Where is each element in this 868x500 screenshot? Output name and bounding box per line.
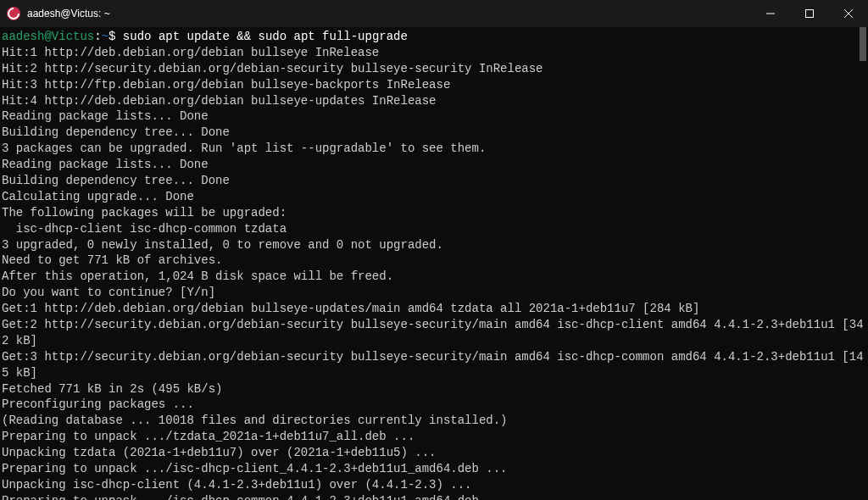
output-line: Reading package lists... Done bbox=[2, 157, 868, 173]
prompt-colon: : bbox=[94, 30, 101, 43]
output-line: Reading package lists... Done bbox=[2, 108, 868, 125]
output-line: Get:2 http://security.debian.org/debian-… bbox=[2, 317, 868, 349]
terminal-body[interactable]: aadesh@Victus:~$ sudo apt update && sudo… bbox=[0, 27, 868, 500]
output-line: 3 upgraded, 0 newly installed, 0 to remo… bbox=[2, 237, 868, 253]
prompt-at: @ bbox=[44, 30, 51, 43]
output-line: (Reading database ... 10018 files and di… bbox=[2, 413, 868, 429]
debian-icon bbox=[7, 7, 20, 20]
prompt-line: aadesh@Victus:~$ sudo apt update && sudo… bbox=[2, 29, 868, 45]
window-titlebar: aadesh@Victus: ~ bbox=[0, 0, 868, 27]
scrollbar-thumb[interactable] bbox=[860, 27, 866, 61]
output-line: Preconfiguring packages ... bbox=[2, 397, 868, 413]
output-line: Fetched 771 kB in 2s (495 kB/s) bbox=[2, 381, 868, 397]
output-line: Preparing to unpack .../tzdata_2021a-1+d… bbox=[2, 429, 868, 445]
svg-rect-1 bbox=[806, 10, 814, 18]
prompt-user: aadesh bbox=[2, 30, 44, 43]
output-line: Get:3 http://security.debian.org/debian-… bbox=[2, 349, 868, 381]
output-line: Preparing to unpack .../isc-dhcp-client_… bbox=[2, 461, 868, 477]
output-line: Need to get 771 kB of archives. bbox=[2, 253, 868, 269]
output-lines: Hit:1 http://deb.debian.org/debian bulls… bbox=[2, 45, 868, 500]
output-line: Get:1 http://deb.debian.org/debian bulls… bbox=[2, 301, 868, 317]
output-line: Unpacking tzdata (2021a-1+deb11u7) over … bbox=[2, 445, 868, 461]
output-line: Hit:4 http://deb.debian.org/debian bulls… bbox=[2, 93, 868, 109]
output-line: Do you want to continue? [Y/n] bbox=[2, 285, 868, 301]
output-line: Building dependency tree... Done bbox=[2, 125, 868, 141]
prompt-host: Victus bbox=[52, 30, 94, 43]
minimize-button[interactable] bbox=[751, 0, 790, 27]
output-line: Hit:3 http://ftp.debian.org/debian bulls… bbox=[2, 77, 868, 93]
window-controls bbox=[751, 0, 868, 27]
output-line: Hit:1 http://deb.debian.org/debian bulls… bbox=[2, 45, 868, 61]
maximize-button[interactable] bbox=[790, 0, 829, 27]
output-line: The following packages will be upgraded: bbox=[2, 205, 868, 221]
output-line: 3 packages can be upgraded. Run 'apt lis… bbox=[2, 141, 868, 157]
command-text: sudo apt update && sudo apt full-upgrade bbox=[115, 30, 407, 43]
output-line: Calculating upgrade... Done bbox=[2, 189, 868, 205]
close-button[interactable] bbox=[829, 0, 868, 27]
output-line: Building dependency tree... Done bbox=[2, 173, 868, 189]
prompt-path: ~ bbox=[102, 30, 108, 43]
output-line: Unpacking isc-dhcp-client (4.4.1-2.3+deb… bbox=[2, 477, 868, 493]
output-line: Preparing to unpack .../isc-dhcp-common_… bbox=[2, 493, 868, 500]
output-line: isc-dhcp-client isc-dhcp-common tzdata bbox=[2, 221, 868, 237]
output-line: Hit:2 http://security.debian.org/debian-… bbox=[2, 61, 868, 77]
output-line: After this operation, 1,024 B disk space… bbox=[2, 269, 868, 285]
window-title: aadesh@Victus: ~ bbox=[27, 8, 751, 19]
